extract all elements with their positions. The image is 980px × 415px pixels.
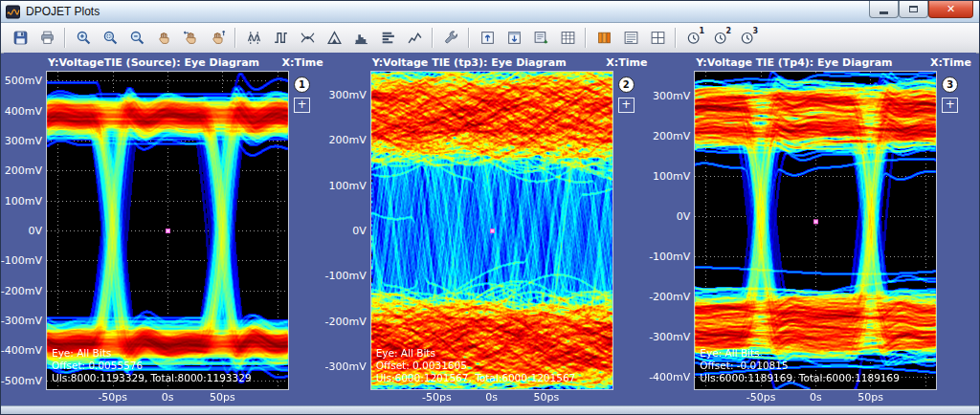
results-summary-icon: [623, 30, 639, 46]
y-axis-tick-label: 0V: [677, 210, 691, 223]
y-axis-tick-label: 500mV: [5, 75, 42, 87]
clock-source-1-button[interactable]: 1: [680, 25, 707, 52]
edge-mask-button[interactable]: [321, 25, 347, 52]
save-icon: [12, 30, 29, 46]
clock-number-label: 2: [725, 27, 731, 35]
eye-diagram-canvas-1[interactable]: [47, 72, 288, 389]
histogram-vertical-button[interactable]: [347, 25, 374, 52]
plot-plus-button[interactable]: +: [294, 98, 310, 113]
dock-plot-icon: [506, 30, 523, 46]
plot-number-badge[interactable]: 3: [942, 76, 958, 93]
waveform-step-button[interactable]: [267, 25, 294, 52]
x-axis-tick-label: 0s: [162, 391, 174, 404]
maximize-icon: [909, 6, 918, 12]
window-bottom-frame: [1, 405, 979, 414]
y-axis-tick-label: 300mV: [653, 90, 690, 102]
edge-mask-icon: [326, 30, 343, 46]
y-axis-labels: 300mV200mV100mV0V-100mV-200mV-300mV-400m…: [652, 71, 694, 390]
print-button[interactable]: [33, 25, 60, 52]
toolbar-separator: [234, 28, 236, 48]
restore-plot-button[interactable]: [474, 25, 501, 52]
y-axis-tick-label: 200mV: [653, 130, 690, 142]
plot-canvas-area: Eye: All BitsOffset: 0.0055576UIs:8000:1…: [46, 71, 289, 390]
pan-button[interactable]: [150, 25, 177, 52]
pan-horizontal-button[interactable]: [177, 25, 204, 52]
clock-source-2-button[interactable]: 2: [707, 25, 734, 52]
zoom-area-button[interactable]: [97, 25, 123, 52]
plot-canvas-area: Eye: All BitsOffset: 0.0031605UIs:6000:1…: [370, 71, 613, 390]
plot-panel-3: Y:Voltage TIE (Tp4): Eye DiagramX:Time30…: [652, 53, 976, 405]
y-axis-tick-label: 100mV: [328, 179, 366, 191]
clock-source-3-button[interactable]: 3: [734, 25, 761, 52]
plot-layout-icon: [650, 30, 666, 46]
save-button[interactable]: [7, 25, 33, 52]
pan-vertical-button[interactable]: [204, 25, 231, 52]
y-axis-labels: 300mV200mV100mV0V-100mV-200mV-300mV: [328, 71, 370, 390]
plot-layout-button[interactable]: [644, 25, 671, 52]
plot-number-badge[interactable]: 2: [618, 76, 635, 93]
plot-body: 300mV200mV100mV0V-100mV-200mV-300mV-400m…: [652, 71, 976, 390]
configure-button[interactable]: [437, 25, 464, 52]
clock-number-label: 3: [752, 27, 758, 35]
plot-plus-button[interactable]: +: [942, 98, 958, 113]
y-axis-tick-label: 400mV: [5, 104, 42, 117]
plot-badge-column: 2+: [613, 71, 638, 390]
close-icon: ✕: [947, 3, 955, 15]
x-axis-tick-label: -50ps: [98, 391, 127, 404]
eye-diagram-canvas-3[interactable]: [695, 72, 936, 389]
plot-annotation: Eye: All BitsOffset: -0.010815UIs:6000:1…: [700, 347, 900, 384]
zoom-out-icon: [129, 30, 145, 46]
plot-annotation-line: UIs:6000:1189169, Total:6000:1189169: [700, 372, 900, 384]
results-summary-button[interactable]: [617, 25, 644, 52]
zoom-in-button[interactable]: [70, 25, 97, 52]
color-grade-button[interactable]: [590, 25, 617, 52]
zoom-out-button[interactable]: [123, 25, 150, 52]
eye-diagram-canvas-2[interactable]: [371, 72, 612, 389]
plot-table-button[interactable]: [554, 25, 581, 52]
plot-title: Y:VoltageTIE (Source): Eye Diagram: [48, 56, 259, 71]
x-axis-labels: -50ps0s50ps: [695, 390, 938, 404]
dpojet-plots-window: DPOJET Plots ✕ 123 Y:VoltageTIE (Source)…: [0, 0, 980, 415]
plot-body: 300mV200mV100mV0V-100mV-200mV-300mVEye: …: [328, 71, 653, 390]
plot-canvas-area: Eye: All BitsOffset: -0.010815UIs:6000:1…: [694, 71, 937, 390]
plot-annotation: Eye: All BitsOffset: 0.0055576UIs:8000:1…: [52, 347, 252, 384]
waveform-trend-icon: [407, 30, 423, 46]
toolbar-separator: [468, 28, 470, 48]
plot-x-axis-title: X:Time: [606, 56, 647, 71]
plot-annotation-line: Eye: All Bits: [376, 347, 576, 360]
y-axis-tick-label: -300mV: [649, 331, 690, 343]
app-icon: [6, 5, 20, 19]
plot-annotation-line: Eye: All Bits: [52, 347, 252, 360]
y-axis-tick-label: -300mV: [324, 360, 366, 373]
histogram-vertical-icon: [353, 30, 369, 46]
y-axis-tick-label: 100mV: [5, 194, 42, 207]
close-button[interactable]: ✕: [928, 1, 973, 18]
plot-badge-column: 3+: [937, 71, 962, 390]
toolbar-separator: [585, 28, 587, 48]
y-axis-tick-label: 0V: [28, 225, 42, 237]
maximize-button[interactable]: [899, 1, 928, 18]
export-plot-button[interactable]: [527, 25, 554, 52]
plot-annotation-line: UIs:6000:1201567, Total:6000:1201567: [376, 372, 576, 384]
plot-annotation-line: Offset: 0.0031605: [376, 360, 576, 372]
plot-title: Y:Voltage TIE (tp3): Eye Diagram: [372, 56, 567, 71]
waveform-step-icon: [273, 30, 289, 46]
plot-title: Y:Voltage TIE (Tp4): Eye Diagram: [696, 56, 892, 71]
waveform-trend-button[interactable]: [401, 25, 428, 52]
restore-plot-icon: [479, 30, 496, 46]
histogram-horizontal-button[interactable]: [374, 25, 401, 52]
titlebar[interactable]: DPOJET Plots ✕: [1, 1, 979, 23]
plot-plus-button[interactable]: +: [618, 98, 635, 113]
pan-horizontal-icon: [183, 30, 199, 46]
plot-annotation-line: Eye: All Bits: [700, 347, 900, 360]
y-axis-tick-label: -100mV: [1, 254, 42, 267]
plot-number-badge[interactable]: 1: [294, 76, 310, 93]
plot-table-icon: [560, 30, 576, 46]
vertical-cursors-button[interactable]: [240, 25, 267, 52]
x-axis-tick-label: 50ps: [210, 391, 235, 404]
plot-x-axis-title: X:Time: [930, 56, 971, 71]
minimize-button[interactable]: [869, 1, 899, 18]
dock-plot-button[interactable]: [501, 25, 527, 52]
x-axis-tick-label: 0s: [485, 391, 498, 404]
eye-mask-button[interactable]: [294, 25, 321, 52]
